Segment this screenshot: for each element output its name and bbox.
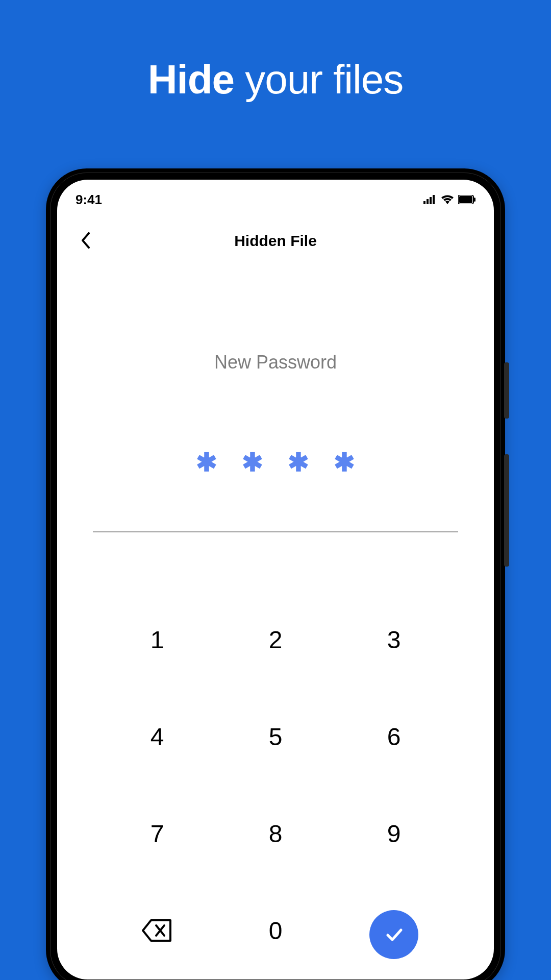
backspace-icon: [142, 919, 172, 942]
password-field: ✱ ✱ ✱ ✱: [57, 450, 494, 475]
nav-bar: Hidden File: [57, 212, 494, 250]
battery-icon: [458, 192, 475, 208]
status-time: 9:41: [76, 192, 102, 208]
status-bar: 9:41: [57, 180, 494, 212]
keypad-7[interactable]: 7: [132, 813, 183, 854]
phone-side-button: [504, 454, 509, 567]
phone-screen: 9:41 Hidden File: [57, 180, 494, 979]
pin-mask-char: ✱: [242, 450, 263, 475]
pin-mask-char: ✱: [334, 450, 355, 475]
keypad-confirm[interactable]: [369, 910, 418, 959]
chevron-left-icon: [81, 232, 91, 249]
keypad-3[interactable]: 3: [368, 619, 419, 660]
svg-rect-3: [433, 195, 435, 204]
svg-rect-0: [423, 201, 425, 204]
phone-side-button: [504, 362, 509, 419]
keypad-4[interactable]: 4: [132, 716, 183, 757]
keypad: 1 2 3 4 5 6 7 8 9 0: [98, 619, 453, 959]
headline-bold: Hide: [148, 57, 234, 102]
wifi-icon: [441, 192, 454, 208]
check-icon: [383, 923, 405, 946]
pin-mask-char: ✱: [288, 450, 309, 475]
page-title: Hidden File: [234, 232, 317, 250]
password-prompt: New Password: [57, 352, 494, 373]
keypad-2[interactable]: 2: [250, 619, 301, 660]
status-icons: [423, 192, 475, 208]
svg-rect-6: [474, 198, 475, 202]
phone-frame: 9:41 Hidden File: [46, 168, 505, 980]
keypad-1[interactable]: 1: [132, 619, 183, 660]
cellular-icon: [423, 192, 437, 208]
svg-rect-2: [430, 197, 432, 204]
keypad-5[interactable]: 5: [250, 716, 301, 757]
promo-headline: Hide your files: [0, 0, 551, 103]
headline-light: your files: [234, 57, 403, 102]
keypad-6[interactable]: 6: [368, 716, 419, 757]
divider: [93, 531, 458, 532]
pin-mask-char: ✱: [196, 450, 217, 475]
svg-rect-1: [427, 199, 429, 204]
back-button[interactable]: [76, 230, 96, 251]
svg-rect-5: [459, 196, 472, 203]
keypad-8[interactable]: 8: [250, 813, 301, 854]
keypad-backspace[interactable]: [132, 910, 183, 951]
keypad-0[interactable]: 0: [250, 910, 301, 951]
keypad-9[interactable]: 9: [368, 813, 419, 854]
